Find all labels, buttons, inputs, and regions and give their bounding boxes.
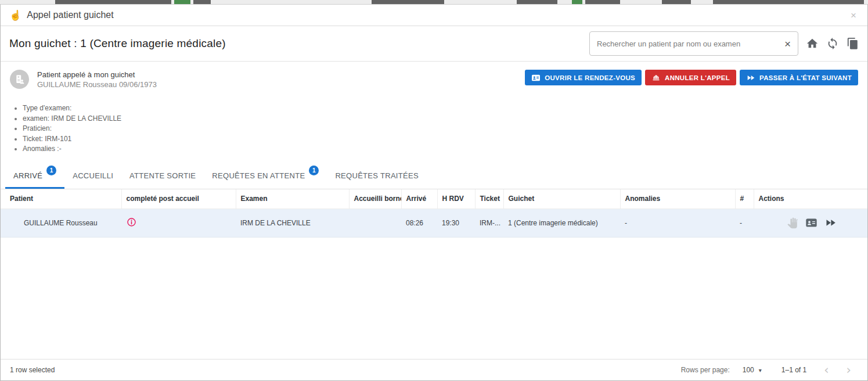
background-page-strip [0,0,868,4]
previous-page-icon[interactable]: ‹ [824,364,829,376]
detail-exam: examen: IRM DE LA CHEVILLE [23,114,858,123]
info-icon[interactable] [126,217,137,228]
patients-table: Patient completé post accueil Examen Acc… [1,189,867,238]
table-row[interactable]: GUILLAUME Rousseau IRM DE LA CHEVILLE 08 [1,209,867,237]
appel-patient-guichet-dialog: ☝ Appel patient guichet × Mon guichet : … [0,4,868,381]
tab-attente-sortie[interactable]: ATTENTE SORTIE [121,164,204,189]
cell-guichet: 1 (Centre imagerie médicale) [503,209,620,237]
guichet-header: Mon guichet : 1 (Centre imagerie médical… [1,26,867,62]
tab-requetes-traitees-label: REQUÊTES TRAITÉES [335,171,419,180]
call-status-text: Patient appelé à mon guichet [37,70,157,79]
tab-attente-sortie-label: ATTENTE SORTIE [129,171,196,180]
next-state-label: PASSER À L'ÉTAT SUIVANT [759,74,852,81]
copy-icon [847,37,859,50]
tab-arrive-label: ARRIVÉ [13,171,42,180]
col-patient: Patient [1,189,121,209]
rows-per-page-select[interactable]: 100 ▾ [743,366,762,374]
detail-practitioner: Praticien: [23,124,858,132]
cell-ticket: IRM-... [475,209,503,237]
rows-per-page-value: 100 [743,366,754,374]
dialog-title: Appel patient guichet [27,10,113,20]
tab-arrive[interactable]: ARRIVÉ 1 [5,164,64,189]
col-ticket: Ticket [475,189,503,209]
col-arrive: Arrivé [401,189,437,209]
refresh-icon [826,37,839,50]
col-num: # [735,189,754,209]
copy-button[interactable] [847,37,859,50]
home-icon [806,37,819,50]
cell-patient[interactable]: GUILLAUME Rousseau [1,209,121,237]
table-header-row: Patient completé post accueil Examen Acc… [1,189,867,209]
cell-accueilli-borne [349,209,401,237]
pagination-range: 1–1 of 1 [781,366,806,374]
col-complete-post-accueil: completé post accueil [121,189,236,209]
next-state-action[interactable] [824,217,837,229]
search-box: × [589,31,798,56]
called-patient-summary: Patient appelé à mon guichet GUILLAUME R… [10,70,157,89]
chevron-down-icon: ▾ [759,367,762,373]
tab-requetes-traitees[interactable]: REQUÊTES TRAITÉES [327,164,427,189]
search-input[interactable] [597,39,783,48]
home-button[interactable] [806,37,819,50]
tab-accueilli[interactable]: ACCUEILLI [64,164,121,189]
clear-search-icon[interactable]: × [783,38,792,49]
exam-details-list: Type d'examen: examen: IRM DE LA CHEVILL… [10,104,858,153]
contact-card-icon [531,73,541,82]
table-footer: 1 row selected Rows per page: 100 ▾ 1–1 … [1,359,867,380]
cell-actions [754,209,867,237]
close-icon[interactable]: × [848,9,859,21]
selected-count: 1 row selected [10,366,55,374]
patients-table-area: Patient completé post accueil Examen Acc… [1,189,867,359]
open-record-action[interactable] [805,217,817,229]
fast-forward-icon [746,73,755,82]
page-title: Mon guichet : 1 (Centre imagerie médical… [9,37,226,50]
tab-requetes-en-attente-label: REQUÊTES EN ATTENTE [212,171,305,180]
detail-exam-type: Type d'examen: [23,104,858,112]
avatar [10,70,29,89]
open-appointment-label: OUVRIR LE RENDEZ-VOUS [545,74,635,81]
tab-requetes-en-attente-badge: 1 [309,166,319,175]
refresh-button[interactable] [826,37,839,50]
tab-arrive-badge: 1 [46,166,56,175]
cell-complete-post-accueil [121,209,236,237]
col-accueilli-borne: Accueilli borne [349,189,401,209]
col-anomalies: Anomalies [620,189,735,209]
tab-requetes-en-attente[interactable]: REQUÊTES EN ATTENTE 1 [204,164,327,189]
called-patient-name: GUILLAUME Rousseau 09/06/1973 [37,80,157,89]
tab-accueilli-label: ACCUEILLI [73,171,113,180]
rows-per-page-label: Rows per page: [681,366,730,374]
medical-record-icon [13,73,26,86]
detail-ticket: Ticket: IRM-101 [23,135,858,143]
raise-hand-action[interactable] [786,217,798,229]
cell-anomalies: - [620,209,735,237]
dialog-titlebar: ☝ Appel patient guichet × [1,5,867,26]
cancel-call-button[interactable]: ANNULER L'APPEL [645,70,736,85]
patient-call-panel: Patient appelé à mon guichet GUILLAUME R… [1,62,867,164]
hand-pointer-icon: ☝ [9,10,21,20]
col-h-rdv: H RDV [437,189,475,209]
next-state-button[interactable]: PASSER À L'ÉTAT SUIVANT [740,70,858,85]
cell-examen: IRM DE LA CHEVILLE [236,209,349,237]
cell-num: - [735,209,754,237]
fast-forward-icon [824,217,837,229]
cancel-call-label: ANNULER L'APPEL [665,74,730,81]
col-actions: Actions [754,189,867,209]
counter-bell-icon [651,73,661,82]
detail-anomalies: Anomalies :- [23,145,858,153]
status-tabs: ARRIVÉ 1 ACCUEILLI ATTENTE SORTIE REQUÊT… [1,164,867,189]
cell-arrive: 08:26 [401,209,437,237]
col-examen: Examen [236,189,349,209]
col-guichet: Guichet [503,189,620,209]
next-page-icon[interactable]: › [847,364,851,376]
open-appointment-button[interactable]: OUVRIR LE RENDEZ-VOUS [525,70,642,85]
cell-h-rdv: 19:30 [437,209,475,237]
hand-icon [786,217,798,229]
contact-card-icon [805,217,817,229]
